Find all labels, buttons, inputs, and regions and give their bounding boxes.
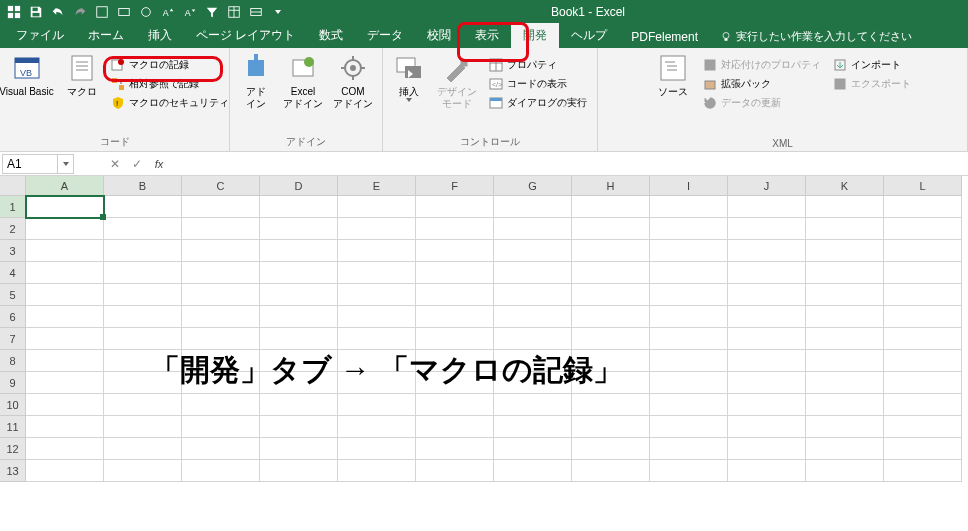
name-box[interactable]: A1: [2, 154, 58, 174]
cell-J7[interactable]: [728, 328, 806, 350]
refresh-data-button[interactable]: データの更新: [699, 94, 825, 112]
cell-F11[interactable]: [416, 416, 494, 438]
cell-L6[interactable]: [884, 306, 962, 328]
col-header-D[interactable]: D: [260, 176, 338, 196]
col-header-K[interactable]: K: [806, 176, 884, 196]
cell-J1[interactable]: [728, 196, 806, 218]
cell-I1[interactable]: [650, 196, 728, 218]
cell-F5[interactable]: [416, 284, 494, 306]
xml-source-button[interactable]: ソース: [651, 50, 695, 100]
cell-C10[interactable]: [182, 394, 260, 416]
cell-I12[interactable]: [650, 438, 728, 460]
cell-B8[interactable]: [104, 350, 182, 372]
font-size-up-icon[interactable]: A: [158, 2, 178, 22]
cell-K5[interactable]: [806, 284, 884, 306]
cell-B1[interactable]: [104, 196, 182, 218]
cell-C5[interactable]: [182, 284, 260, 306]
cell-D1[interactable]: [260, 196, 338, 218]
cell-J4[interactable]: [728, 262, 806, 284]
import-button[interactable]: インポート: [829, 56, 915, 74]
cell-I7[interactable]: [650, 328, 728, 350]
cell-H3[interactable]: [572, 240, 650, 262]
cell-E11[interactable]: [338, 416, 416, 438]
cell-E8[interactable]: [338, 350, 416, 372]
tab-view[interactable]: 表示: [463, 23, 511, 48]
cell-K6[interactable]: [806, 306, 884, 328]
properties-button[interactable]: プロパティ: [485, 56, 591, 74]
cell-E5[interactable]: [338, 284, 416, 306]
cell-F1[interactable]: [416, 196, 494, 218]
col-header-C[interactable]: C: [182, 176, 260, 196]
cell-K8[interactable]: [806, 350, 884, 372]
cell-I13[interactable]: [650, 460, 728, 482]
map-properties-button[interactable]: 対応付けのプロパティ: [699, 56, 825, 74]
cell-B5[interactable]: [104, 284, 182, 306]
col-header-G[interactable]: G: [494, 176, 572, 196]
cell-C7[interactable]: [182, 328, 260, 350]
cell-E3[interactable]: [338, 240, 416, 262]
cell-G9[interactable]: [494, 372, 572, 394]
formula-input[interactable]: [170, 154, 968, 174]
cell-B2[interactable]: [104, 218, 182, 240]
cell-C11[interactable]: [182, 416, 260, 438]
cell-A8[interactable]: [26, 350, 104, 372]
cell-B9[interactable]: [104, 372, 182, 394]
cell-L11[interactable]: [884, 416, 962, 438]
cell-I8[interactable]: [650, 350, 728, 372]
col-header-J[interactable]: J: [728, 176, 806, 196]
cell-I2[interactable]: [650, 218, 728, 240]
cell-F12[interactable]: [416, 438, 494, 460]
cell-E10[interactable]: [338, 394, 416, 416]
cell-G10[interactable]: [494, 394, 572, 416]
fx-button[interactable]: fx: [148, 154, 170, 174]
col-header-F[interactable]: F: [416, 176, 494, 196]
row-header-12[interactable]: 12: [0, 438, 26, 460]
cell-D8[interactable]: [260, 350, 338, 372]
cell-K1[interactable]: [806, 196, 884, 218]
cell-G11[interactable]: [494, 416, 572, 438]
filter-icon[interactable]: [202, 2, 222, 22]
run-dialog-button[interactable]: ダイアログの実行: [485, 94, 591, 112]
cell-B13[interactable]: [104, 460, 182, 482]
cell-G8[interactable]: [494, 350, 572, 372]
cell-A9[interactable]: [26, 372, 104, 394]
cell-J3[interactable]: [728, 240, 806, 262]
row-header-7[interactable]: 7: [0, 328, 26, 350]
tab-file[interactable]: ファイル: [4, 23, 76, 48]
cell-I5[interactable]: [650, 284, 728, 306]
cell-A11[interactable]: [26, 416, 104, 438]
cell-C6[interactable]: [182, 306, 260, 328]
cell-D5[interactable]: [260, 284, 338, 306]
cell-B7[interactable]: [104, 328, 182, 350]
cell-B4[interactable]: [104, 262, 182, 284]
tell-me-search[interactable]: 実行したい作業を入力してください: [710, 25, 922, 48]
cell-E13[interactable]: [338, 460, 416, 482]
cell-A1[interactable]: [26, 196, 104, 218]
cell-H9[interactable]: [572, 372, 650, 394]
cell-C9[interactable]: [182, 372, 260, 394]
col-header-I[interactable]: I: [650, 176, 728, 196]
macros-button[interactable]: マクロ: [61, 50, 103, 100]
cell-G4[interactable]: [494, 262, 572, 284]
cell-K11[interactable]: [806, 416, 884, 438]
row-header-3[interactable]: 3: [0, 240, 26, 262]
cell-F13[interactable]: [416, 460, 494, 482]
qat-generic-icon[interactable]: [92, 2, 112, 22]
cell-G13[interactable]: [494, 460, 572, 482]
cell-L5[interactable]: [884, 284, 962, 306]
cell-A12[interactable]: [26, 438, 104, 460]
export-button[interactable]: エクスポート: [829, 75, 915, 93]
tab-developer[interactable]: 開発: [511, 23, 559, 48]
qat-dropdown-icon[interactable]: [268, 2, 288, 22]
cell-F9[interactable]: [416, 372, 494, 394]
cell-K13[interactable]: [806, 460, 884, 482]
cell-H11[interactable]: [572, 416, 650, 438]
cell-C12[interactable]: [182, 438, 260, 460]
tab-data[interactable]: データ: [355, 23, 415, 48]
cell-G1[interactable]: [494, 196, 572, 218]
row-header-4[interactable]: 4: [0, 262, 26, 284]
com-addins-button[interactable]: COM アドイン: [330, 50, 376, 112]
row-header-10[interactable]: 10: [0, 394, 26, 416]
row-header-8[interactable]: 8: [0, 350, 26, 372]
row-header-13[interactable]: 13: [0, 460, 26, 482]
